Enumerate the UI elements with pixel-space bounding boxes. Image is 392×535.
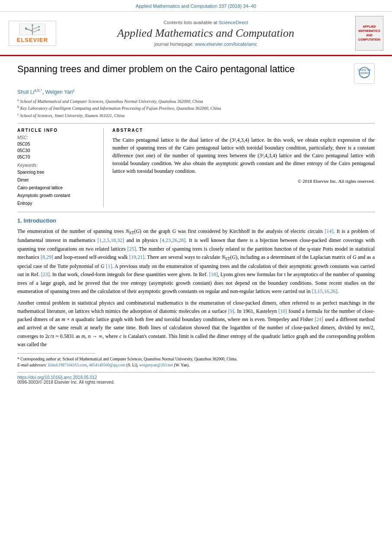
journal-cover: APPLIEDMATHEMATICSANDCOMPUTATION: [355, 16, 383, 51]
svg-text:Check for: Check for: [358, 68, 371, 71]
info-abstract-row: ARTICLE INFO MSC: 05C0505C3005C70 Keywor…: [17, 128, 375, 207]
check-for-updates-badge: Check for updates: [354, 63, 375, 84]
ref-3-15-16-26[interactable]: [3,15,16,26]: [312, 288, 337, 294]
ref-23[interactable]: [23]: [41, 271, 50, 277]
ref-1-2-5-18-32[interactable]: [1,2,5,18,32]: [97, 237, 124, 243]
abstract-section: ABSTRACT The Cairo pentagonal lattice is…: [112, 128, 375, 207]
article-title: Spanning trees and dimer problem on the …: [17, 63, 347, 76]
footnote-star: * Corresponding author at: School of Mat…: [17, 356, 375, 362]
journal-header-center: Contents lists available at ScienceDirec…: [63, 20, 348, 47]
ref-4-23-26-28[interactable]: [4,23,26,28]: [160, 237, 185, 243]
ref-24[interactable]: [24]: [315, 316, 323, 322]
author-2-link[interactable]: Weigen Yan: [45, 89, 73, 95]
keywords-label: Keywords:: [17, 163, 96, 168]
affiliation-c: c School of Sciences, Jimei University, …: [17, 112, 375, 119]
article-body: Spanning trees and dimer problem on the …: [0, 56, 392, 392]
ref-14[interactable]: [14]: [325, 228, 334, 234]
elsevier-logo: ELSEVIER: [9, 21, 56, 46]
divider-1: [17, 123, 375, 124]
msc-label: MSC:: [17, 135, 96, 140]
introduction-section: 1. Introduction The enumeration of the n…: [17, 217, 375, 349]
author-1-sup: a,b,*: [34, 88, 42, 92]
author-1-link[interactable]: Shuli Li: [17, 89, 34, 95]
ref-10[interactable]: [10]: [278, 308, 287, 314]
journal-title: Applied Mathematics and Computation: [63, 27, 348, 40]
svg-point-8: [25, 28, 27, 30]
abstract-title: ABSTRACT: [112, 128, 375, 133]
doi-link[interactable]: https://doi.org/10.1016/j.amc.2018.05.01…: [17, 375, 97, 380]
ref-18[interactable]: [18]: [209, 271, 218, 277]
elsevier-wordmark: ELSEVIER: [13, 37, 52, 44]
top-bar: Applied Mathematics and Computation 337 …: [0, 0, 392, 12]
affiliations: a School of Mathematical and Computer Sc…: [17, 98, 375, 119]
author-2-sup: c: [73, 88, 75, 92]
ref-25[interactable]: [25]: [127, 246, 136, 252]
svg-point-7: [38, 26, 40, 28]
sciencedirect-line: Contents lists available at ScienceDirec…: [63, 20, 348, 25]
intro-paragraph-2: Another central problem in statistical p…: [17, 299, 375, 349]
intro-paragraph-1: The enumeration of the number of spannin…: [17, 227, 375, 296]
ref-19-21[interactable]: [19,21]: [129, 254, 144, 260]
keywords-list: Spanning tree Dimer Cairo pentagonal lat…: [17, 169, 96, 207]
ref-9[interactable]: [9]: [228, 308, 234, 314]
sciencedirect-link[interactable]: ScienceDirect: [219, 20, 248, 25]
footnote-divider: [17, 353, 95, 353]
abstract-text: The Cairo pentagonal lattice is the dual…: [112, 136, 375, 175]
article-info-title: ARTICLE INFO: [17, 128, 96, 133]
issn-line: 0096-3003/© 2018 Elsevier Inc. All right…: [17, 380, 115, 385]
bottom-bar: https://doi.org/10.1016/j.amc.2018.05.01…: [17, 372, 375, 385]
svg-point-10: [32, 24, 33, 26]
svg-point-9: [38, 29, 40, 31]
email-1[interactable]: lishuli1987104163.com: [48, 363, 87, 367]
footnote-emails: E-mail addresses: lishuli1987104163.com,…: [17, 362, 375, 368]
copyright: © 2018 Elsevier Inc. All rights reserved…: [112, 178, 375, 184]
email-3[interactable]: weigenyan@263.net: [139, 363, 173, 367]
affiliation-b: b Key Laboratory of Intelligent Computin…: [17, 105, 375, 111]
affiliation-a: a School of Mathematical and Computer Sc…: [17, 98, 375, 105]
journal-homepage: journal homepage: www.elsevier.com/locat…: [63, 41, 348, 47]
divider-2: [17, 212, 375, 212]
journal-citation: Applied Mathematics and Computation 337 …: [136, 3, 256, 9]
msc-values: 05C0505C3005C70: [17, 141, 96, 160]
article-title-section: Spanning trees and dimer problem on the …: [17, 63, 375, 84]
authors-line: Shuli Lia,b,*, Weigen Yanc: [17, 88, 375, 95]
journal-header: ELSEVIER Contents lists available at Sci…: [0, 12, 392, 56]
ref-8-29[interactable]: [8,29]: [41, 254, 53, 260]
footnote: * Corresponding author at: School of Mat…: [17, 356, 375, 369]
article-info: ARTICLE INFO MSC: 05C0505C3005C70 Keywor…: [17, 128, 104, 207]
email-2[interactable]: 4654148560@qq.com: [89, 363, 125, 367]
section-heading-1: 1. Introduction: [17, 217, 375, 224]
svg-text:updates: updates: [359, 71, 370, 75]
ref-1b[interactable]: [1]: [106, 263, 112, 269]
homepage-link[interactable]: www.elsevier.com/locate/amc: [195, 41, 257, 47]
